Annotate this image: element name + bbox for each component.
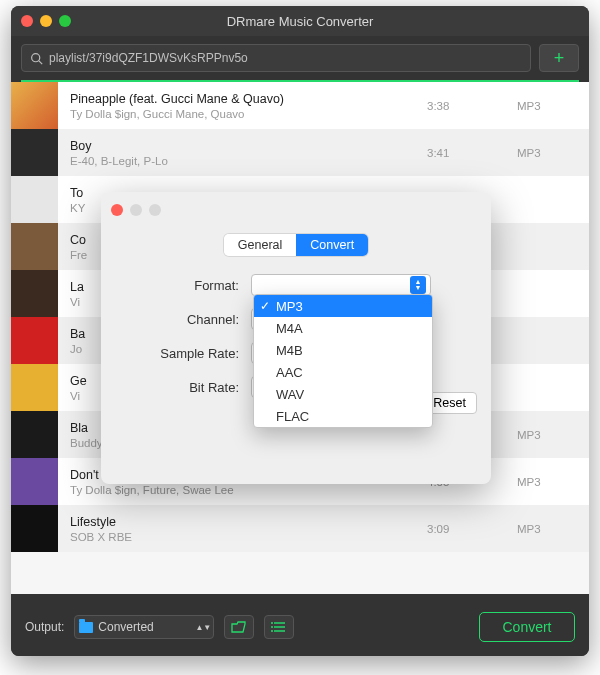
output-label: Output:: [25, 620, 64, 634]
format-option[interactable]: WAV: [254, 383, 432, 405]
dialog-minimize-icon: [130, 204, 142, 216]
format-option[interactable]: FLAC: [254, 405, 432, 427]
album-art: [11, 505, 58, 552]
label-bit-rate: Bit Rate:: [131, 380, 251, 395]
track-duration: 3:41: [427, 147, 517, 159]
track-format: MP3: [517, 476, 577, 488]
track-title: Lifestyle: [70, 515, 427, 529]
track-format: MP3: [517, 100, 577, 112]
album-art: [11, 270, 58, 317]
titlebar: DRmare Music Converter: [11, 6, 589, 36]
svg-point-6: [271, 626, 273, 628]
album-art: [11, 317, 58, 364]
label-sample-rate: Sample Rate:: [131, 346, 251, 361]
list-button[interactable]: [264, 615, 294, 639]
album-art: [11, 411, 58, 458]
track-duration: 3:09: [427, 523, 517, 535]
track-artist: Ty Dolla $ign, Future, Swae Lee: [70, 484, 427, 496]
select-format[interactable]: ▲▼: [251, 274, 431, 296]
label-format: Format:: [131, 278, 251, 293]
track-row[interactable]: Lifestyle SOB X RBE 3:09 MP3: [11, 505, 589, 552]
track-title: Boy: [70, 139, 427, 153]
format-dropdown: MP3 M4A M4B AAC WAV FLAC: [253, 294, 433, 428]
track-row[interactable]: Boy E-40, B-Legit, P-Lo 3:41 MP3: [11, 129, 589, 176]
track-format: MP3: [517, 523, 577, 535]
chevron-updown-icon: ▲▼: [199, 625, 207, 630]
output-folder-select[interactable]: Converted ▲▼: [74, 615, 214, 639]
format-option[interactable]: MP3: [254, 295, 432, 317]
album-art: [11, 364, 58, 411]
zoom-icon[interactable]: [59, 15, 71, 27]
svg-point-7: [271, 630, 273, 632]
track-title: Pineapple (feat. Gucci Mane & Quavo): [70, 92, 427, 106]
track-artist: E-40, B-Legit, P-Lo: [70, 155, 427, 167]
list-icon: [271, 621, 287, 633]
convert-button[interactable]: Convert: [479, 612, 575, 642]
search-input[interactable]: playlist/37i9dQZF1DWSvKsRPPnv5o: [21, 44, 531, 72]
tab-convert[interactable]: Convert: [296, 234, 368, 256]
convert-label: Convert: [502, 619, 551, 635]
track-format: MP3: [517, 429, 577, 441]
track-artist: SOB X RBE: [70, 531, 427, 543]
album-art: [11, 458, 58, 505]
settings-dialog: General Convert Format: ▲▼ Channel: ▲▼ S…: [101, 192, 491, 484]
toolbar: playlist/37i9dQZF1DWSvKsRPPnv5o +: [11, 36, 589, 80]
output-folder-name: Converted: [98, 620, 153, 634]
plus-icon: +: [554, 48, 565, 69]
dialog-tabs: General Convert: [101, 234, 491, 256]
svg-point-0: [32, 53, 40, 61]
window-title: DRmare Music Converter: [11, 14, 589, 29]
folder-open-icon: [231, 621, 247, 633]
chevron-updown-icon: ▲▼: [410, 276, 426, 294]
window-controls: [21, 15, 71, 27]
format-option[interactable]: AAC: [254, 361, 432, 383]
album-art: [11, 129, 58, 176]
search-icon: [30, 52, 43, 65]
folder-icon: [79, 622, 93, 633]
track-format: MP3: [517, 147, 577, 159]
dialog-close-icon[interactable]: [111, 204, 123, 216]
svg-point-5: [271, 622, 273, 624]
format-option[interactable]: M4B: [254, 339, 432, 361]
dialog-titlebar: [101, 192, 491, 228]
track-duration: 3:38: [427, 100, 517, 112]
minimize-icon[interactable]: [40, 15, 52, 27]
close-icon[interactable]: [21, 15, 33, 27]
track-row[interactable]: Pineapple (feat. Gucci Mane & Quavo) Ty …: [11, 82, 589, 129]
label-channel: Channel:: [131, 312, 251, 327]
search-value: playlist/37i9dQZF1DWSvKsRPPnv5o: [49, 51, 248, 65]
track-artist: Ty Dolla $ign, Gucci Mane, Quavo: [70, 108, 427, 120]
album-art: [11, 176, 58, 223]
app-window: DRmare Music Converter playlist/37i9dQZF…: [11, 6, 589, 656]
open-folder-button[interactable]: [224, 615, 254, 639]
add-button[interactable]: +: [539, 44, 579, 72]
tab-general[interactable]: General: [224, 234, 296, 256]
dialog-zoom-icon: [149, 204, 161, 216]
svg-line-1: [39, 60, 42, 63]
album-art: [11, 223, 58, 270]
format-option[interactable]: M4A: [254, 317, 432, 339]
album-art: [11, 82, 58, 129]
bottom-bar: Output: Converted ▲▼ Convert: [11, 598, 589, 656]
